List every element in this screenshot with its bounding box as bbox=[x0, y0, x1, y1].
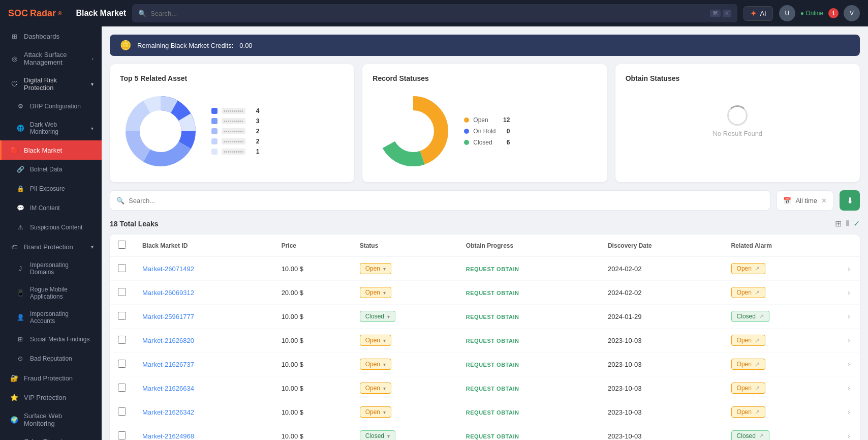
asset-dot-1 bbox=[211, 108, 218, 114]
status-dropdown-btn[interactable]: ▾ bbox=[383, 409, 386, 415]
sidebar-item-surface-web[interactable]: 🌍 Surface Web Monitoring bbox=[0, 407, 102, 432]
obtain-button[interactable]: REQUEST OBTAIN bbox=[466, 338, 519, 344]
notification-badge[interactable]: 1 bbox=[828, 8, 839, 18]
search-kbd: ⌘ K bbox=[710, 10, 731, 17]
sidebar-item-pii-exposure[interactable]: 🔒 PII Exposure bbox=[0, 179, 102, 198]
expand-chevron-icon[interactable]: › bbox=[848, 336, 850, 344]
alarm-link-icon[interactable]: ↗ bbox=[755, 337, 760, 344]
obtain-button[interactable]: REQUEST OBTAIN bbox=[466, 386, 519, 392]
download-button[interactable]: ⬇ bbox=[840, 190, 860, 211]
obtain-statuses-card: Obtain Statuses No Result Found bbox=[615, 64, 860, 182]
sidebar-item-label: Dark Web Monitoring bbox=[30, 121, 86, 135]
chevron-down-icon-3: ▾ bbox=[91, 244, 94, 250]
sidebar-item-vip-protection[interactable]: ⭐ VIP Protection bbox=[0, 388, 102, 407]
row-alarm: Open ↗ bbox=[723, 257, 840, 281]
user-menu[interactable]: V bbox=[844, 5, 860, 21]
alarm-link-icon[interactable]: ↗ bbox=[759, 313, 764, 320]
sidebar-item-social-media[interactable]: ⊞ Social Media Findings bbox=[0, 330, 102, 349]
avatar[interactable]: U bbox=[779, 5, 795, 21]
obtain-button[interactable]: REQUEST OBTAIN bbox=[466, 362, 519, 368]
sidebar-item-botnet-data[interactable]: 🔗 Botnet Data bbox=[0, 160, 102, 179]
table-row: Market-21624968 10.00 $ Closed ▾ REQUEST… bbox=[110, 424, 860, 441]
sidebar-item-rogue-mobile[interactable]: 📱 Rogue Mobile Applications bbox=[0, 281, 102, 305]
sidebar-item-attack-surface[interactable]: ◎ Attack Surface Management › bbox=[0, 46, 102, 71]
obtain-button[interactable]: REQUEST OBTAIN bbox=[466, 433, 519, 439]
kbd-k: K bbox=[723, 10, 731, 17]
status-dropdown-btn[interactable]: ▾ bbox=[383, 362, 386, 367]
alarm-link-icon[interactable]: ↗ bbox=[759, 432, 764, 439]
expand-chevron-icon[interactable]: › bbox=[848, 312, 850, 320]
row-checkbox[interactable] bbox=[118, 336, 126, 344]
sidebar-item-cyber-threat[interactable]: 🎯 Cyber Threat Intelligence › bbox=[0, 432, 102, 440]
close-icon[interactable]: ✕ bbox=[821, 197, 827, 204]
attack-surface-icon: ◎ bbox=[10, 54, 19, 63]
status-dropdown-btn[interactable]: ▾ bbox=[383, 338, 386, 343]
alarm-link-icon[interactable]: ↗ bbox=[755, 408, 760, 416]
expand-chevron-icon[interactable]: › bbox=[848, 408, 850, 416]
sidebar-item-bad-reputation[interactable]: ⊙ Bad Reputation bbox=[0, 349, 102, 368]
closed-label: Closed bbox=[473, 139, 492, 146]
status-dropdown-btn[interactable]: ▾ bbox=[387, 314, 390, 319]
sidebar-item-impersonating-domains[interactable]: J Impersonating Domains bbox=[0, 256, 102, 281]
status-badge: Open ▾ bbox=[360, 335, 391, 346]
row-checkbox[interactable] bbox=[118, 407, 126, 416]
row-date: 2023-10-03 bbox=[600, 329, 723, 353]
asset-value-1: 4 bbox=[250, 107, 260, 114]
row-expand-cell: › bbox=[840, 257, 860, 281]
sidebar-item-label: Brand Protection bbox=[24, 243, 73, 251]
sidebar-item-black-market[interactable]: 🔴 Black Market bbox=[0, 140, 102, 160]
alarm-link-icon[interactable]: ↗ bbox=[755, 289, 760, 296]
global-search-bar[interactable]: 🔍 ⌘ K bbox=[132, 4, 737, 22]
sidebar-item-fraud-protection[interactable]: 🔐 Fraud Protection bbox=[0, 368, 102, 388]
row-checkbox[interactable] bbox=[118, 264, 126, 272]
asset-pie-svg bbox=[120, 91, 201, 172]
obtain-button[interactable]: REQUEST OBTAIN bbox=[466, 314, 519, 320]
obtain-button[interactable]: REQUEST OBTAIN bbox=[466, 266, 519, 272]
expand-chevron-icon[interactable]: › bbox=[848, 384, 850, 392]
expand-chevron-icon[interactable]: › bbox=[848, 288, 850, 297]
row-date: 2023-10-03 bbox=[600, 376, 723, 400]
row-checkbox[interactable] bbox=[118, 360, 126, 368]
status-dropdown-btn[interactable]: ▾ bbox=[387, 433, 390, 439]
sidebar-item-dark-web[interactable]: 🌐 Dark Web Monitoring ▾ bbox=[0, 116, 102, 140]
select-all-checkbox[interactable] bbox=[118, 241, 126, 249]
ai-button[interactable]: ✦ AI bbox=[743, 6, 772, 21]
obtain-button[interactable]: REQUEST OBTAIN bbox=[466, 409, 519, 416]
row-checkbox[interactable] bbox=[118, 431, 126, 439]
alarm-link-icon[interactable]: ↗ bbox=[755, 361, 760, 368]
grid-view-icon[interactable]: ⊞ bbox=[835, 219, 842, 228]
sidebar-item-suspicious-content[interactable]: ⚠ Suspicious Content bbox=[0, 218, 102, 237]
record-statuses-card: Record Statuses bbox=[362, 64, 607, 182]
expand-chevron-icon[interactable]: › bbox=[848, 432, 850, 440]
sidebar-item-digital-risk[interactable]: 🛡 Digital Risk Protection ▾ bbox=[0, 71, 102, 97]
expand-chevron-icon[interactable]: › bbox=[848, 360, 850, 368]
sidebar-item-impersonating-accounts[interactable]: 👤 Impersonating Accounts bbox=[0, 305, 102, 330]
alarm-link-icon[interactable]: ↗ bbox=[755, 265, 760, 272]
row-price: 10.00 $ bbox=[273, 376, 352, 400]
row-checkbox[interactable] bbox=[118, 384, 126, 392]
check-icon[interactable]: ✓ bbox=[853, 219, 860, 228]
row-market-id: Market-25961777 bbox=[134, 305, 273, 329]
sidebar-item-brand-protection[interactable]: 🏷 Brand Protection ▾ bbox=[0, 237, 102, 256]
time-filter[interactable]: 📅 All time ✕ bbox=[777, 190, 833, 211]
status-dropdown-btn[interactable]: ▾ bbox=[383, 386, 386, 391]
row-alarm: Open ↗ bbox=[723, 281, 840, 305]
alarm-link-icon[interactable]: ↗ bbox=[755, 385, 760, 392]
sidebar-item-drp-config[interactable]: ⚙ DRP Configuration bbox=[0, 97, 102, 116]
table-search-bar[interactable]: 🔍 bbox=[110, 190, 770, 211]
expand-chevron-icon[interactable]: › bbox=[848, 265, 850, 273]
row-checkbox[interactable] bbox=[118, 288, 126, 296]
table-search-input[interactable] bbox=[129, 197, 764, 204]
status-dropdown-btn[interactable]: ▾ bbox=[383, 266, 386, 272]
top-cards-row: Top 5 Related Asset bbox=[110, 64, 860, 182]
row-checkbox[interactable] bbox=[118, 312, 126, 320]
status-dropdown-btn[interactable]: ▾ bbox=[383, 290, 386, 296]
global-search-input[interactable] bbox=[150, 10, 706, 17]
sidebar-item-label: Cyber Threat Intelligence bbox=[24, 437, 87, 440]
logo-radar: Radar bbox=[30, 8, 56, 19]
time-filter-label: All time bbox=[795, 197, 817, 204]
sidebar-item-im-content[interactable]: 💬 IM Content bbox=[0, 198, 102, 218]
obtain-button[interactable]: REQUEST OBTAIN bbox=[466, 290, 519, 296]
sidebar-item-dashboards[interactable]: ⊞ Dashboards bbox=[0, 26, 102, 46]
columns-view-icon[interactable]: ⫴ bbox=[846, 219, 849, 228]
